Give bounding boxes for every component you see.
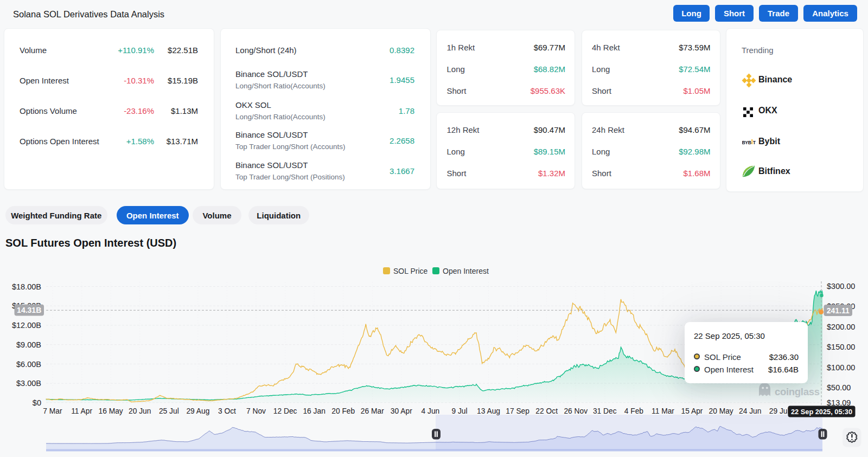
svg-text:9 Jul: 9 Jul bbox=[451, 407, 467, 415]
svg-text:13 Aug: 13 Aug bbox=[477, 407, 500, 415]
svg-text:20 Jun: 20 Jun bbox=[129, 407, 151, 415]
svg-text:coinglass: coinglass bbox=[775, 386, 820, 397]
svg-text:$9.00B: $9.00B bbox=[16, 340, 41, 349]
svg-text:24 Jun: 24 Jun bbox=[739, 407, 761, 415]
svg-text:$0: $0 bbox=[33, 398, 41, 407]
svg-text:22 Oct: 22 Oct bbox=[535, 407, 558, 415]
svg-text:$200.00: $200.00 bbox=[827, 323, 855, 331]
svg-text:22 Sep 2025, 05:30: 22 Sep 2025, 05:30 bbox=[791, 408, 852, 416]
svg-text:15 Apr: 15 Apr bbox=[681, 407, 703, 415]
svg-text:3 Oct: 3 Oct bbox=[218, 407, 236, 415]
svg-text:$6.00B: $6.00B bbox=[16, 360, 41, 369]
svg-text:$50.00: $50.00 bbox=[827, 383, 851, 392]
svg-text:29 Jul: 29 Jul bbox=[769, 407, 789, 415]
svg-text:$12.00B: $12.00B bbox=[12, 321, 41, 330]
svg-text:$100.00: $100.00 bbox=[827, 363, 855, 372]
svg-text:20 May: 20 May bbox=[709, 407, 733, 415]
svg-text:T: T bbox=[753, 140, 756, 145]
svg-text:$300.00: $300.00 bbox=[827, 282, 855, 291]
svg-text:14.31B: 14.31B bbox=[17, 306, 41, 314]
svg-text:26 Mar: 26 Mar bbox=[361, 407, 384, 415]
svg-text:11 Apr: 11 Apr bbox=[71, 407, 92, 415]
svg-text:4 Feb: 4 Feb bbox=[624, 407, 644, 415]
svg-text:26 Nov: 26 Nov bbox=[564, 407, 588, 415]
svg-text:12 Dec: 12 Dec bbox=[273, 407, 297, 415]
svg-text:$13.09: $13.09 bbox=[827, 398, 851, 407]
svg-text:25 Jul: 25 Jul bbox=[159, 407, 179, 415]
svg-text:31 Dec: 31 Dec bbox=[593, 407, 617, 415]
svg-text:16 Jan: 16 Jan bbox=[303, 407, 325, 415]
svg-text:20 Feb: 20 Feb bbox=[331, 407, 355, 415]
svg-text:BYB: BYB bbox=[742, 140, 751, 145]
svg-text:30 Apr: 30 Apr bbox=[391, 407, 412, 415]
svg-text:$18.00B: $18.00B bbox=[12, 282, 41, 291]
svg-text:$150.00: $150.00 bbox=[827, 343, 855, 351]
svg-text:4 Jun: 4 Jun bbox=[422, 407, 440, 415]
svg-text:16 May: 16 May bbox=[98, 407, 123, 415]
svg-text:$3.00B: $3.00B bbox=[16, 379, 41, 388]
svg-text:11 Mar: 11 Mar bbox=[652, 407, 674, 415]
svg-text:29 Aug: 29 Aug bbox=[186, 407, 209, 415]
svg-text:241.11: 241.11 bbox=[827, 306, 850, 315]
svg-text:7 Mar: 7 Mar bbox=[43, 407, 62, 415]
svg-text:17 Sep: 17 Sep bbox=[506, 407, 529, 415]
svg-text:7 Nov: 7 Nov bbox=[246, 407, 266, 415]
